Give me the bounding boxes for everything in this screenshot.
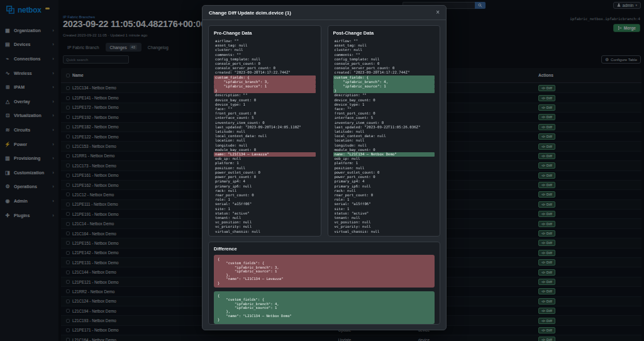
code-line: name: "L21C134 — Netbox Demo" [333,152,435,157]
code-line: interface_count: 5 [333,116,435,120]
code-line: face: "" [333,107,435,111]
code-line: } [333,89,435,93]
code-line: local_context_data: null [333,134,435,138]
code-line: face: "" [214,107,316,111]
post-change-panel: Post-Change Data airflow: ""asset_tag: n… [328,25,441,237]
code-line: rack: null [333,189,435,193]
code-line: device_bay_count: 0 [214,98,316,103]
code-line: vc_priority: null [333,225,435,229]
code-line: interface_count: 5 [214,116,316,120]
change-diff-modal: Change Diff Update dcim.device (1) × Pre… [202,5,447,330]
code-line: rack: null [214,189,316,193]
code-line: inventory_item_count: 0 [214,121,316,125]
code-line: position: null [333,166,435,170]
code-line: custom_fields: { [333,75,435,80]
added-diff-block: { "custom_fields": { "ipfabric_branch": … [214,291,435,324]
code-line: virtual_chassis: null [214,230,316,234]
code-line: last_updated: "2023-09-22T11:05:26.036Z" [333,125,435,130]
code-line: asset_tag: null [333,43,435,48]
code-line: location: null [333,138,435,143]
code-line: airflow: "" [214,39,316,43]
code-line: console_port_count: 0 [214,62,316,66]
close-icon[interactable]: × [436,9,440,16]
post-change-code: airflow: ""asset_tag: nullcluster: nullc… [333,39,435,234]
code-line: latitude: null [214,130,316,134]
code-line: created: "2023-09-20T14:17:22.744Z" [333,70,435,75]
code-line: created: "2023-09-20T14:17:22.744Z" [214,70,316,75]
code-line: rear_port_count: 0 [333,193,435,198]
code-line: power_outlet_count: 0 [333,170,435,175]
code-line: primary_ip6: null [333,184,435,189]
post-change-title: Post-Change Data [333,30,435,36]
pre-change-code: airflow: ""asset_tag: nullcluster: nullc… [214,39,316,234]
code-line: "ipfabric_source": 1 [333,84,435,89]
code-line: description: "" [214,93,316,98]
code-line: primary_ip4: 4 [333,179,435,184]
code-line: power_outlet_count: 0 [214,170,316,175]
code-line: location: null [214,138,316,143]
code-line: serial: "a15ff06" [214,202,316,206]
code-line: device_type: 1 [333,103,435,107]
code-line: primary_ip6: null [214,184,316,189]
code-line: cluster: null [333,48,435,52]
code-line: front_port_count: 0 [333,111,435,116]
code-line: "ipfabric_source": 1 [214,84,316,89]
code-line: power_port_count: 0 [333,175,435,179]
code-line: site: 1 [214,207,316,211]
code-line: inventory_item_count: 0 [333,121,435,125]
code-line: primary_ip4: 4 [214,179,316,184]
code-line: front_port_count: 0 [214,111,316,116]
code-line: last_updated: "2023-09-20T14:24:05.110Z" [214,125,316,130]
code-line: asset_tag: null [214,43,316,48]
code-line: local_context_data: null [214,134,316,138]
code-line: serial: "a15ff06" [333,202,435,206]
code-line: longitude: null [333,143,435,148]
code-line: role: 1 [333,198,435,202]
code-line: "ipfabric_branch": 3, [214,80,316,84]
code-line: tenant: null [333,216,435,220]
code-line: } [214,89,316,93]
code-line: console_server_port_count: 0 [333,66,435,70]
code-line: console_port_count: 0 [333,62,435,66]
code-line: cluster: null [214,48,316,52]
code-line: platform: 1 [214,161,316,165]
code-line: console_server_port_count: 0 [214,66,316,70]
code-line: tenant: null [214,216,316,220]
code-line: position: null [214,166,316,170]
code-line: oob_ip: null [214,157,316,161]
code-line: custom_fields: { [214,75,316,80]
code-line: role: 1 [214,198,316,202]
code-line: longitude: null [214,143,316,148]
pre-change-title: Pre-Change Data [214,30,316,36]
modal-title: Change Diff Update dcim.device (1) [209,10,291,16]
modal-header: Change Diff Update dcim.device (1) × [203,6,446,20]
code-line: site: 1 [333,207,435,211]
difference-panel: Difference { "custom_fields": { "ipfabri… [208,242,440,325]
code-line: power_port_count: 0 [214,175,316,179]
code-line: config_template: null [333,57,435,62]
code-line: vc_position: null [333,220,435,225]
code-line: vc_priority: null [214,225,316,229]
code-line: device_type: 1 [214,103,316,107]
code-line: latitude: null [333,130,435,134]
code-line: platform: 1 [333,161,435,165]
difference-title: Difference [214,246,435,252]
modal-body: Pre-Change Data airflow: ""asset_tag: nu… [203,20,446,328]
code-line: rear_port_count: 0 [214,193,316,198]
code-line: name: "L21C134 — Lavazza" [214,152,316,157]
code-line: module_bay_count: 0 [214,148,316,152]
code-line: device_bay_count: 0 [333,98,435,103]
removed-diff-block: { "custom_fields": { "ipfabric_branch": … [214,255,435,288]
code-line: module_bay_count: 0 [333,148,435,152]
code-line: vc_position: null [214,220,316,225]
code-line: config_template: null [214,57,316,62]
code-line: status: "active" [214,211,316,216]
code-line: "ipfabric_branch": 4, [333,80,435,84]
code-line: airflow: "" [333,39,435,43]
code-line: status: "active" [333,211,435,216]
pre-change-panel: Pre-Change Data airflow: ""asset_tag: nu… [208,25,321,237]
code-line: oob_ip: null [333,157,435,161]
code-line: comments: "" [333,53,435,57]
code-line: comments: "" [214,53,316,57]
code-line: virtual_chassis: null [333,230,435,234]
